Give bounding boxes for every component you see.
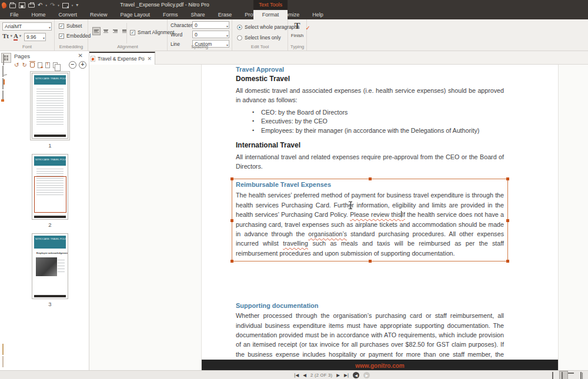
bookmarks-nav-icon[interactable] [1,78,11,88]
security-nav-icon[interactable] [1,90,11,100]
print-icon[interactable] [28,4,35,8]
continuous-view-icon[interactable] [560,371,567,379]
thumbnail-zoom-out-icon[interactable]: − [69,61,76,69]
ribbon-group-edit-tool: Select whole paragraphs Select lines onl… [232,19,288,51]
spellcheck-squiggle-text: travelling [283,240,308,247]
footer-url: www.gonitro.com [355,363,405,369]
international-paragraph: All international travel and related exp… [236,152,504,172]
reimbursable-paragraph[interactable]: The health services’ preferred method of… [236,190,504,258]
selected-text-box[interactable]: Reimbursable Travel Expenses The health … [232,179,508,261]
single-page-view-icon[interactable] [550,371,558,379]
align-justify-icon[interactable] [121,27,129,35]
duplicate-page-icon[interactable] [53,62,58,68]
page-indicator[interactable]: 2 (2 OF 3) [310,373,332,378]
selection-handle[interactable] [369,177,372,180]
last-page-icon[interactable]: ▶| [344,373,349,378]
next-page-icon[interactable]: ▶ [336,373,340,378]
embedded-checkbox[interactable]: ✓ [59,33,64,39]
tab-format[interactable]: Format [253,10,288,19]
selection-handle[interactable] [506,260,509,263]
undo-icon[interactable]: ↶ [38,1,42,9]
redo-dropdown-icon[interactable]: ▾ [58,4,59,7]
selection-handle[interactable] [230,260,233,263]
menu-tab-page-layout[interactable]: Page Layout [114,10,157,19]
title-bar: ↶▾ ↷▾ ▾ ▾ Travel _Expense Policy.pdf - N… [0,0,588,10]
document-tab[interactable]: Travel & Expense Policy ✕ [87,52,155,65]
ribbon-group-embedding: ✓ Subset ✓ Embedded Embedding [55,19,88,51]
menu-tab-help[interactable]: Help [306,10,330,19]
selection-handle[interactable] [506,219,509,222]
select-lines-only-radio-row[interactable]: Select lines only [237,35,280,41]
save-icon[interactable] [19,2,25,8]
rotate-right-icon[interactable]: ↻ [22,61,26,69]
pdf-page[interactable]: Travel Approval Domestic Travel All dome… [201,65,559,370]
text-tools-context-tab[interactable]: Text Tools [253,0,288,10]
insert-page-icon[interactable] [38,62,42,68]
word-spacing-combo[interactable]: 0 [192,31,229,38]
align-center-icon[interactable] [102,27,110,35]
quick-access-toolbar: ↶▾ ↷▾ ▾ ▾ [2,1,79,9]
nitro-flame-icon [1,2,8,9]
thumbnail-page-2[interactable]: NITROCARE: TRAVEL POLICY [32,154,68,220]
menu-tab-file[interactable]: File [4,10,25,19]
select-tool-dropdown-icon[interactable]: ▾ [72,4,74,7]
subset-checkbox-row[interactable]: ✓ Subset [59,23,82,29]
spacing-group-label: Spacing [168,44,232,49]
selection-handle[interactable] [230,219,233,222]
pages-nav-icon[interactable] [1,53,11,63]
stamp-nav-icon[interactable] [1,343,11,353]
font-color-button[interactable]: A ▾ [14,32,21,39]
finish-button[interactable]: T✓ Finish [288,21,306,38]
signatures-nav-icon[interactable] [1,65,11,75]
select-lines-only-radio[interactable] [237,35,242,41]
undo-dropdown-icon[interactable]: ▾ [45,4,47,7]
embedded-checkbox-row[interactable]: ✓ Embedded [59,33,91,39]
font-size-combo[interactable]: 9.96 [24,33,46,41]
align-left-icon[interactable] [92,27,101,35]
first-page-icon[interactable]: |◀ [294,373,299,378]
history-forward-icon[interactable]: ▶ [363,372,370,378]
menu-tab-convert[interactable]: Convert [52,10,84,19]
select-tool-icon[interactable] [62,3,69,8]
align-right-icon[interactable] [111,27,119,35]
pages-panel-close-icon[interactable]: ✕ [78,52,83,59]
menu-tab-forms[interactable]: Forms [156,10,185,19]
selection-handle[interactable] [369,260,372,263]
attachments-nav-icon[interactable] [1,355,11,365]
customize-quick-access-icon[interactable]: ▾ [76,1,79,9]
heading-international-travel: International Travel [236,141,504,150]
thumbnail-label-2: 2 [48,222,51,228]
grid-view-icon[interactable] [579,371,586,379]
rotate-left-icon[interactable]: ↺ [14,61,19,69]
thumbnail-label-3: 3 [48,301,51,307]
redo-icon[interactable]: ↷ [50,1,55,9]
tab-close-icon[interactable]: ✕ [147,56,152,62]
thumbnail-page-1[interactable]: NITROCARE: TRAVEL POLICY [30,71,70,140]
extract-page-icon[interactable] [45,62,50,68]
smart-alignment-checkbox[interactable]: ✓ [130,30,135,35]
history-back-icon[interactable]: ◀ [353,372,359,378]
subset-checkbox[interactable]: ✓ [59,24,64,29]
thumbnail-page-3[interactable]: NITROCARE: TRAVEL POLICY Employee acknow… [32,233,68,299]
facing-pages-view-icon[interactable] [569,371,577,379]
thumbnail-zoom-in-icon[interactable]: + [79,61,86,69]
menu-tab-review[interactable]: Review [83,10,114,19]
selection-handle[interactable] [230,177,233,180]
previous-page-icon[interactable]: ◀ [303,373,306,378]
pdf-document-icon [91,56,95,62]
spellcheck-squiggle-text: organisation’s [308,230,347,237]
ribbon-group-spacing: Character 0 Word 0 Line Custom Spacing [168,19,232,51]
select-whole-paragraphs-radio[interactable] [237,25,242,30]
text-case-button[interactable]: Tt ▾ [2,32,12,39]
menu-tab-share[interactable]: Share [185,10,212,19]
menu-tab-erase[interactable]: Erase [212,10,239,19]
menu-tab-home[interactable]: Home [25,10,52,19]
open-icon[interactable] [9,4,16,8]
delete-page-icon[interactable] [30,62,35,68]
selection-handle[interactable] [506,177,509,180]
font-family-combo[interactable]: ArialMT [2,22,52,31]
document-canvas[interactable]: Travel Approval Domestic Travel All dome… [89,65,588,370]
character-spacing-combo[interactable]: 0 [192,21,229,29]
document-tab-strip: Travel & Expense Policy ✕ [89,51,588,65]
heading-domestic-travel: Domestic Travel [236,75,504,83]
